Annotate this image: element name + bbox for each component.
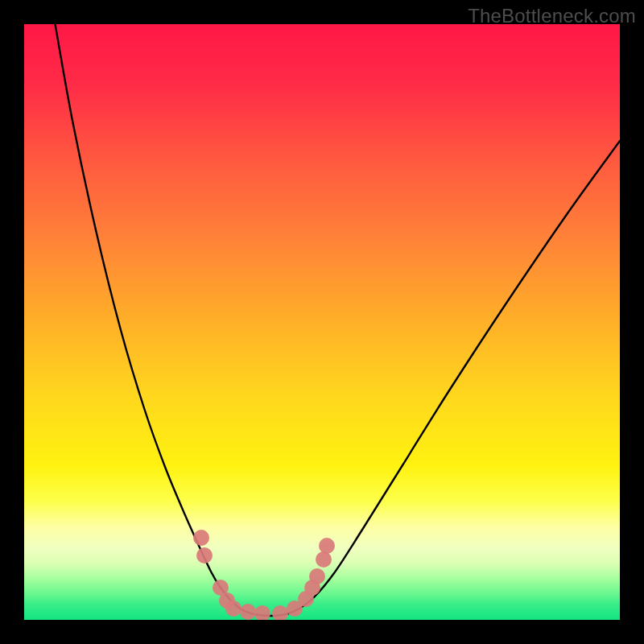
highlighted-point bbox=[309, 568, 325, 584]
plot-area bbox=[24, 24, 620, 620]
highlighted-point bbox=[240, 604, 256, 620]
highlighted-point bbox=[225, 601, 242, 617]
highlighted-point bbox=[319, 538, 335, 554]
curve-layer bbox=[24, 24, 620, 620]
chart-stage: TheBottleneck.com bbox=[0, 0, 644, 644]
highlighted-point bbox=[272, 605, 288, 620]
highlighted-point bbox=[316, 551, 332, 568]
highlighted-point bbox=[254, 605, 270, 620]
highlighted-point bbox=[193, 530, 209, 546]
bottleneck-curve bbox=[52, 24, 620, 616]
attribution-text: TheBottleneck.com bbox=[468, 5, 636, 27]
highlighted-point bbox=[196, 547, 213, 564]
highlighted-points-group bbox=[193, 530, 335, 620]
